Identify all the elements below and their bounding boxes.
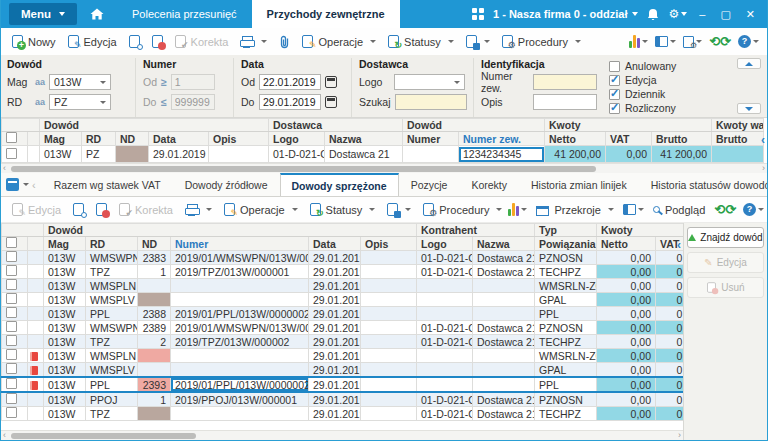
column-header-numer[interactable]: Numer xyxy=(171,237,309,251)
preview-doc-button[interactable] xyxy=(123,31,146,53)
detail-procedures-button[interactable]: ⚙Procedury xyxy=(417,199,508,221)
column-header-nazwa[interactable]: Nazwa xyxy=(473,237,535,251)
column-header-mag[interactable]: Mag xyxy=(44,237,86,251)
settings-button[interactable]: ⚙ xyxy=(668,8,687,20)
statuses-button[interactable]: ↻Statusy xyxy=(382,31,460,53)
detail-tab[interactable]: Historia statusów dowodów xyxy=(639,173,767,196)
column-header-nazwa[interactable]: Nazwa xyxy=(325,132,403,146)
column-header-nd[interactable]: ND xyxy=(138,237,171,251)
table-row[interactable]: 013W TPZ 29.01.2019 01-D-021-C Dostawca … xyxy=(2,407,684,421)
horizontal-scrollbar[interactable]: ‹ › xyxy=(1,163,767,173)
filter-checkbox[interactable]: Edycja xyxy=(609,73,676,87)
correction-button[interactable]: ✔Korekta xyxy=(169,31,235,53)
column-header-mag[interactable]: Mag xyxy=(40,132,82,146)
row-checkbox[interactable] xyxy=(6,378,17,389)
column-header-powiazania[interactable]: Powiązania xyxy=(535,237,597,251)
dock-menu-button[interactable] xyxy=(655,36,676,47)
column-header-brutto-wal[interactable]: Brutto xyxy=(712,132,764,146)
table-row[interactable]: 013W PPL 2388 2019/01/PPL/013W/000000238… xyxy=(2,307,684,321)
detail-tab[interactable]: Korekty xyxy=(459,173,519,196)
home-button[interactable] xyxy=(77,0,117,28)
detail-statuses-button[interactable]: ↻Statusy xyxy=(304,199,382,221)
rd-select[interactable]: PZ xyxy=(49,94,111,110)
detail-tab[interactable]: Razem wg stawek VAT xyxy=(42,173,173,196)
row-checkbox[interactable] xyxy=(6,335,17,346)
detail-tab[interactable]: Pozycje xyxy=(399,173,460,196)
column-header-data[interactable]: Data xyxy=(309,237,361,251)
table-row[interactable]: 013W WMSPLN 29.01.2019 WMSRLN-ZO 0,00 0,… xyxy=(2,349,684,363)
table-row[interactable]: 013W PPOJ 1 2019/PPOJ/013W/000001 29.01.… xyxy=(2,392,684,407)
collapse-filter-up-button[interactable] xyxy=(737,58,761,69)
filter-checkbox[interactable]: Dziennik xyxy=(609,87,676,101)
numer-zew-input[interactable] xyxy=(533,74,597,90)
column-header-rd[interactable]: RD xyxy=(86,237,138,251)
row-checkbox[interactable] xyxy=(6,321,17,332)
select-all-checkbox[interactable] xyxy=(6,237,17,248)
maximize-button[interactable]: ▢ xyxy=(717,8,733,21)
table-row[interactable]: 013W PPL 2393 2019/01/PPL/013W/000000239… xyxy=(2,377,684,392)
detail-print-button[interactable] xyxy=(179,199,218,221)
column-header-logo[interactable]: Logo xyxy=(269,132,325,146)
column-header-netto[interactable]: Netto xyxy=(597,237,656,251)
column-header-logo[interactable]: Logo xyxy=(417,237,473,251)
data-od-input[interactable] xyxy=(259,74,321,90)
detail-extra-doc-button[interactable] xyxy=(381,199,417,221)
chart-menu-button[interactable] xyxy=(629,35,648,48)
column-header-rd[interactable]: RD xyxy=(82,132,116,146)
collapse-filter-down-button[interactable] xyxy=(737,103,761,114)
close-button[interactable]: ✕ xyxy=(743,8,758,21)
table-row[interactable]: 013W WMSWPN 2383 2019/01/WMSWPN/013W/000… xyxy=(2,251,684,265)
sections-button[interactable]: Przekroje xyxy=(534,199,615,221)
table-row[interactable]: 013W WMSWPN 2389 2019/01/WMSWPN/013W/000… xyxy=(2,321,684,335)
column-header-opis[interactable]: Opis xyxy=(361,237,417,251)
column-header-vat[interactable]: VAT xyxy=(606,132,652,146)
row-checkbox[interactable] xyxy=(6,251,17,262)
table-row[interactable]: 013W TPZ 2 2019/TPZ/013W/000002 29.01.20… xyxy=(2,335,684,349)
menu-button[interactable]: Menu xyxy=(9,3,77,25)
bell-icon[interactable] xyxy=(647,8,659,21)
window-tab-przychody-active[interactable]: Przychody zewnętrzne xyxy=(252,0,400,28)
column-header-nd[interactable]: ND xyxy=(116,132,149,146)
window-settings-button[interactable]: ⚙ xyxy=(683,36,702,48)
numer-od-input[interactable] xyxy=(171,74,215,90)
select-all-checkbox[interactable] xyxy=(6,132,17,143)
edit-button[interactable]: ✎Edycja xyxy=(62,31,123,53)
detail-tab[interactable]: Historia zmian linijek xyxy=(519,173,639,196)
scroll-left-icon[interactable]: ‹ xyxy=(3,430,6,440)
attachments-button[interactable] xyxy=(273,31,296,53)
column-header-brutto[interactable]: Brutto xyxy=(652,132,712,146)
filter-checkbox[interactable]: Rozliczony xyxy=(609,101,676,115)
row-checkbox[interactable] xyxy=(6,407,17,418)
detail-edit-button[interactable]: ✎Edycja xyxy=(6,199,67,221)
find-document-button[interactable]: Znajdź dowód xyxy=(687,227,764,248)
detail-chart-button[interactable] xyxy=(508,203,527,216)
panel-edit-button[interactable]: ✎Edycja xyxy=(687,252,764,273)
column-header-netto[interactable]: Netto xyxy=(545,132,606,146)
calendar-icon[interactable] xyxy=(325,96,337,108)
multiselect-icon[interactable]: aa xyxy=(35,77,45,87)
table-row[interactable]: 013W TPZ 1 2019/TPZ/013W/000001 29.01.20… xyxy=(2,265,684,279)
scroll-right-icon[interactable]: › xyxy=(678,430,681,440)
scroll-right-icon[interactable]: › xyxy=(762,163,765,173)
row-checkbox[interactable] xyxy=(6,393,17,404)
company-selector[interactable]: 1 - Nasza firma 0 - oddział xyxy=(493,8,638,20)
filter-checkbox[interactable]: Anulowany xyxy=(609,59,676,73)
delete-button[interactable] xyxy=(146,31,169,53)
detail-tab[interactable]: Dowody źródłowe xyxy=(173,173,280,196)
column-header-numer[interactable]: Numer xyxy=(403,132,459,146)
operations-button[interactable]: ✎Operacje xyxy=(296,31,382,53)
detail-correction-button[interactable]: ✔Korekta xyxy=(113,199,179,221)
refresh-button[interactable]: ⟲⟳ xyxy=(709,35,731,48)
panel-delete-button[interactable]: Usuń xyxy=(687,277,764,298)
print-button[interactable] xyxy=(234,31,273,53)
detail-operations-button[interactable]: ✎Operacje xyxy=(218,199,304,221)
tabs-scroll-left-icon[interactable]: ‹ xyxy=(32,179,36,191)
detail-preview-doc-button[interactable] xyxy=(67,199,90,221)
cell-numer-zew-edit[interactable]: 1234234345 xyxy=(459,147,544,162)
new-button[interactable]: +Nowy xyxy=(6,31,62,53)
column-header-data[interactable]: Data xyxy=(149,132,209,146)
numer-do-input[interactable] xyxy=(171,94,215,110)
help-button[interactable]: ? xyxy=(738,35,759,48)
szukaj-input[interactable] xyxy=(395,94,467,110)
apps-grid-icon[interactable] xyxy=(472,8,484,20)
